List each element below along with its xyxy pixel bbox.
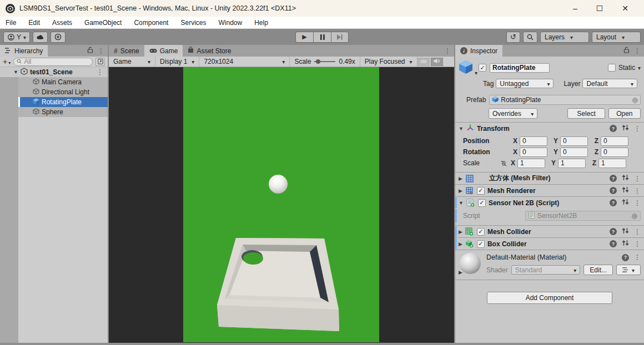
game-panel-menu-icon[interactable]: ⋮: [444, 47, 451, 55]
chevron-down-icon[interactable]: [638, 64, 641, 72]
menu-window[interactable]: Window: [218, 19, 242, 27]
help-icon[interactable]: ?: [610, 228, 617, 235]
component-enabled-checkbox[interactable]: [477, 240, 485, 248]
gameobject-name-field[interactable]: RotatingPlate: [490, 63, 550, 73]
menu-assets[interactable]: Assets: [52, 19, 72, 27]
minimize-button[interactable]: –: [573, 4, 577, 12]
layer-dropdown[interactable]: Default: [582, 79, 637, 88]
help-icon[interactable]: ?: [610, 175, 617, 182]
layout-dropdown[interactable]: Layout: [592, 32, 641, 43]
help-icon[interactable]: ?: [610, 125, 617, 132]
active-checkbox[interactable]: [479, 64, 486, 72]
prefab-object-field[interactable]: RotatingPlate ◎: [489, 95, 641, 105]
menu-help[interactable]: Help: [254, 19, 268, 27]
component-menu-icon[interactable]: ⋮: [634, 199, 641, 207]
select-button[interactable]: Select: [567, 108, 605, 119]
component-menu-icon[interactable]: ⋮: [634, 125, 641, 133]
hierarchy-empty-area[interactable]: [0, 117, 108, 344]
scale-y-field[interactable]: 1: [558, 159, 586, 168]
undo-history-button[interactable]: ↺: [506, 32, 520, 43]
game-mode-dropdown[interactable]: Game: [109, 57, 155, 67]
add-component-button[interactable]: Add Component: [487, 292, 612, 304]
foldout-closed-icon[interactable]: ▶: [459, 176, 462, 181]
transform-header[interactable]: ▼ Transform ? ⋮: [455, 122, 644, 134]
menu-services[interactable]: Services: [180, 19, 206, 27]
component-menu-icon[interactable]: ⋮: [634, 228, 641, 236]
search-button[interactable]: [523, 32, 537, 43]
open-button[interactable]: Open: [608, 108, 641, 119]
scale-slider[interactable]: [314, 61, 335, 62]
game-viewport[interactable]: [109, 67, 454, 344]
menu-edit[interactable]: Edit: [28, 19, 40, 27]
preset-icon[interactable]: [622, 186, 629, 195]
close-button[interactable]: ✕: [622, 4, 628, 12]
position-z-field[interactable]: 0: [601, 136, 628, 146]
edit-shader-button[interactable]: Edit...: [583, 265, 613, 275]
position-x-field[interactable]: 0: [520, 136, 547, 146]
scale-z-field[interactable]: 1: [598, 159, 626, 168]
unlock-icon[interactable]: [623, 47, 630, 55]
hierarchy-search-input[interactable]: All: [13, 58, 93, 66]
help-icon[interactable]: ?: [610, 240, 617, 247]
tab-game[interactable]: Game: [144, 45, 183, 57]
overrides-dropdown[interactable]: Overrides: [489, 108, 537, 119]
account-button[interactable]: Y: [3, 32, 30, 43]
preset-icon[interactable]: [622, 227, 629, 236]
help-icon[interactable]: ?: [622, 254, 629, 261]
help-icon[interactable]: ?: [610, 187, 617, 194]
tab-hierarchy[interactable]: Hierarchy: [0, 45, 48, 57]
unlock-icon[interactable]: [87, 47, 93, 55]
preset-icon[interactable]: [622, 199, 629, 207]
preset-icon[interactable]: [622, 240, 629, 248]
menu-gameobject[interactable]: GameObject: [84, 19, 122, 27]
stats-button[interactable]: [417, 58, 430, 66]
layers-dropdown[interactable]: Layers: [540, 32, 589, 43]
component-enabled-checkbox[interactable]: [477, 228, 485, 236]
foldout-open-icon[interactable]: ▼: [459, 126, 464, 131]
cloud-button[interactable]: [33, 32, 48, 43]
open-search-window-button[interactable]: [95, 58, 105, 66]
play-focused-dropdown[interactable]: Play Focused: [360, 57, 417, 67]
position-y-field[interactable]: 0: [560, 136, 588, 146]
component-menu-icon[interactable]: ⋮: [634, 175, 641, 182]
preset-icon[interactable]: [622, 174, 629, 182]
preset-icon[interactable]: [622, 124, 629, 133]
object-picker-icon[interactable]: ◎: [632, 96, 638, 104]
menu-file[interactable]: File: [6, 19, 16, 27]
hierarchy-item-rotatingplate[interactable]: RotatingPlate: [18, 97, 108, 107]
hierarchy-item-directional-light[interactable]: Directional Light: [18, 87, 108, 97]
tab-inspector[interactable]: i Inspector: [455, 45, 502, 57]
scene-row[interactable]: ▼ test01_Scene ⋮: [0, 67, 108, 77]
rotation-z-field[interactable]: 0: [601, 148, 628, 157]
mesh-collider-header[interactable]: ▶ Mesh Collider ? ⋮: [455, 225, 644, 237]
menu-component[interactable]: Component: [134, 19, 168, 27]
material-menu-icon[interactable]: ⋮: [634, 253, 641, 261]
maximize-button[interactable]: ☐: [596, 4, 603, 12]
prefab-cube-icon[interactable]: [459, 60, 475, 75]
component-enabled-checkbox[interactable]: [477, 187, 485, 195]
step-button[interactable]: [331, 32, 349, 43]
component-enabled-checkbox[interactable]: [478, 199, 486, 207]
scale-x-field[interactable]: 1: [517, 159, 545, 168]
foldout-open-icon[interactable]: ▼: [13, 69, 18, 75]
tab-asset-store[interactable]: Asset Store: [183, 45, 236, 57]
sensor-net-script-header[interactable]: ▼ Sensor Net 2B (Script) ? ⋮: [455, 196, 644, 209]
material-preview-sphere[interactable]: [460, 253, 481, 274]
mesh-renderer-header[interactable]: ▶ Mesh Renderer ? ⋮: [455, 184, 644, 196]
foldout-closed-icon[interactable]: ▶: [459, 229, 462, 235]
create-object-button[interactable]: +: [3, 57, 11, 66]
version-control-button[interactable]: [51, 32, 66, 43]
foldout-open-icon[interactable]: ▼: [459, 200, 464, 206]
broken-link-icon[interactable]: [497, 160, 510, 166]
play-button[interactable]: ▶: [295, 32, 313, 43]
mesh-filter-header[interactable]: ▶ 立方体 (Mesh Filter) ? ⋮: [455, 172, 644, 184]
display-dropdown[interactable]: Display 1: [155, 57, 199, 67]
static-checkbox[interactable]: [608, 64, 616, 72]
foldout-closed-icon[interactable]: ▶: [459, 270, 462, 275]
tag-dropdown[interactable]: Untagged: [496, 79, 554, 88]
pause-button[interactable]: [313, 32, 331, 43]
help-icon[interactable]: ?: [610, 199, 617, 206]
hierarchy-item-sphere[interactable]: Sphere: [18, 107, 108, 117]
hierarchy-menu-icon[interactable]: ⋮: [98, 47, 104, 55]
scene-menu-icon[interactable]: ⋮: [97, 68, 108, 76]
